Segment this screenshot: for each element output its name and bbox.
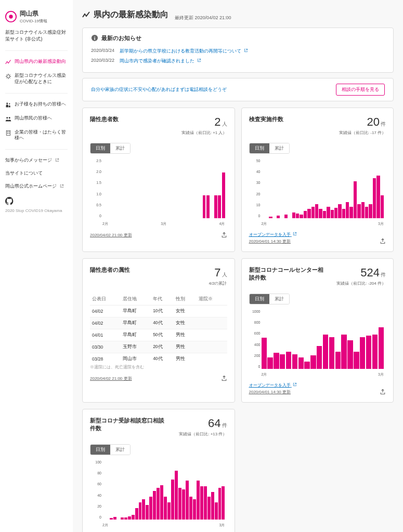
chart-bar bbox=[157, 488, 160, 520]
github-icon[interactable] bbox=[5, 197, 14, 205]
tab-daily[interactable]: 日別 bbox=[250, 143, 269, 153]
news-date: 2020/03/24 bbox=[91, 48, 114, 55]
chart-tabs: 日別 累計 bbox=[249, 294, 290, 304]
card-callcenter: 新型コロナコールセンター相談件数 524件 実績値（前日比: -204 件） 日… bbox=[241, 258, 394, 403]
th-discharge[interactable]: 退院※ bbox=[197, 294, 227, 305]
ext-official-site[interactable]: 岡山県公式ホームページ bbox=[5, 180, 68, 193]
chart-bar bbox=[207, 497, 211, 520]
chart-bar bbox=[121, 517, 124, 519]
chart-bar bbox=[342, 209, 345, 218]
chart-tabs: 日別 累計 bbox=[90, 143, 131, 154]
trend-icon bbox=[82, 11, 90, 19]
table-scroll[interactable]: 公表日 居住地 年代 性別 退院※ 04/02早島町10代女性04/02早島町4… bbox=[90, 288, 227, 361]
chart-bar bbox=[381, 195, 384, 218]
card-patient-attributes: 陽性患者の属性 7人 4/2の累計 公表日 居住地 年代 性別 退院※ bbox=[82, 258, 235, 403]
chart-bar bbox=[349, 207, 353, 218]
chart-bar bbox=[132, 515, 135, 520]
nav-worried[interactable]: 新型コロナウイルス感染症が心配なときに bbox=[5, 69, 68, 88]
news-header: i 最新のお知らせ bbox=[91, 34, 385, 42]
th-age[interactable]: 年代 bbox=[151, 294, 174, 305]
sidebar: 岡山県 COVID-19情報 新型コロナウイルス感染症対策サイト (非公式) 岡… bbox=[0, 0, 73, 532]
chart-bar bbox=[160, 485, 163, 520]
th-gender[interactable]: 性別 bbox=[174, 294, 197, 305]
tab-daily[interactable]: 日別 bbox=[90, 445, 110, 455]
card-title: 新型コロナコールセンター相談件数 bbox=[249, 266, 324, 282]
share-icon[interactable] bbox=[221, 375, 227, 381]
tab-cumulative[interactable]: 累計 bbox=[110, 445, 130, 455]
chart-bar bbox=[206, 195, 210, 218]
external-icon bbox=[293, 382, 297, 387]
svg-rect-8 bbox=[7, 131, 8, 132]
main-content: 県内の最新感染動向 最終更新 2020/04/02 21:00 i 最新のお知ら… bbox=[73, 0, 403, 532]
external-icon bbox=[244, 48, 248, 52]
card-sub: 実績値（前日比: +1 人） bbox=[181, 130, 227, 136]
chart-bar bbox=[274, 353, 279, 369]
th-date[interactable]: 公表日 bbox=[90, 294, 121, 305]
tab-daily[interactable]: 日別 bbox=[250, 294, 269, 304]
chart-bar bbox=[338, 204, 341, 218]
chart-bar bbox=[189, 497, 192, 520]
external-icon bbox=[55, 158, 59, 162]
consult-steps-button[interactable]: 相談の手順を見る bbox=[336, 84, 385, 96]
open-data-link[interactable]: オープンデータを入手 bbox=[249, 232, 297, 237]
news-link[interactable]: 新学期からの県立学校における教育活動の再開等について bbox=[120, 48, 248, 55]
chart-bar bbox=[139, 502, 142, 520]
news-link[interactable]: 岡山市内で感染者が確認されました bbox=[120, 58, 201, 64]
open-data-link[interactable]: オープンデータを入手 bbox=[249, 382, 297, 388]
divider bbox=[5, 93, 68, 94]
tab-daily[interactable]: 日別 bbox=[90, 143, 110, 153]
ext-about[interactable]: 当サイトについて bbox=[5, 167, 68, 180]
nav-parents[interactable]: お子様をお持ちの皆様へ bbox=[5, 98, 68, 112]
card-value: 64 bbox=[208, 417, 220, 430]
chart-bar bbox=[315, 204, 318, 218]
share-icon[interactable] bbox=[380, 389, 386, 395]
chart-bar bbox=[218, 195, 221, 218]
site-description: 新型コロナウイルス感染症対策サイト (非公式) bbox=[5, 29, 68, 42]
tab-cumulative[interactable]: 累計 bbox=[269, 294, 289, 304]
chart-bar bbox=[323, 335, 328, 369]
chart-tests: 50403020100 2月3月 bbox=[249, 159, 386, 227]
chart-bar bbox=[153, 491, 156, 520]
share-icon[interactable] bbox=[380, 238, 386, 244]
ext-governor-message[interactable]: 知事からのメッセージ bbox=[5, 154, 68, 167]
chart-bar bbox=[222, 486, 225, 520]
chart-bar bbox=[366, 336, 371, 369]
attributes-table: 公表日 居住地 年代 性別 退院※ 04/02早島町10代女性04/02早島町4… bbox=[90, 294, 227, 361]
chart-bar bbox=[135, 508, 138, 520]
share-icon[interactable] bbox=[221, 232, 227, 238]
chart-bar bbox=[292, 354, 297, 369]
chart-bar bbox=[307, 209, 310, 218]
th-residence[interactable]: 居住地 bbox=[121, 294, 151, 305]
chart-bar bbox=[284, 215, 288, 218]
tab-cumulative[interactable]: 累計 bbox=[110, 143, 130, 153]
nav-residents[interactable]: 岡山県民の皆様へ bbox=[5, 112, 68, 126]
card-title: 陽性患者数 bbox=[90, 115, 119, 123]
nav-latest-trends[interactable]: 岡山県内の最新感染動向 bbox=[5, 55, 68, 69]
svg-rect-11 bbox=[9, 133, 10, 134]
card-grid: 陽性患者数 2人 実績値（前日比: +1 人） 日別 累計 2.52.01.51… bbox=[82, 108, 394, 533]
chart-bar bbox=[298, 357, 304, 369]
logo[interactable]: 岡山県 COVID-19情報 bbox=[5, 9, 68, 24]
chart-callcenter: 10008006004002000 2月3月 bbox=[249, 310, 386, 377]
chart-bar bbox=[124, 517, 127, 519]
nav-business[interactable]: 企業の皆様・はたらく皆様へ bbox=[5, 126, 68, 145]
card-updated[interactable]: 2020/04/02 21:00 更新 bbox=[90, 376, 132, 381]
copyright: 2020 Stop COVID19 Okayama bbox=[5, 208, 68, 213]
pref-sub: COVID-19情報 bbox=[20, 18, 47, 24]
chart-bar bbox=[323, 211, 326, 218]
chart-bar bbox=[327, 207, 330, 218]
chart-tabs: 日別 累計 bbox=[90, 444, 131, 455]
trend-icon bbox=[5, 59, 11, 65]
card-updated[interactable]: 2020/04/02 21:00 更新 bbox=[90, 232, 132, 238]
tab-cumulative[interactable]: 累計 bbox=[269, 143, 289, 153]
svg-point-1 bbox=[9, 15, 12, 18]
card-updated[interactable]: 2020/04/01 14:30 更新 bbox=[249, 238, 297, 244]
chart-bar bbox=[211, 492, 214, 520]
card-updated[interactable]: 2020/04/01 14:30 更新 bbox=[249, 389, 297, 395]
card-value: 7 bbox=[214, 266, 220, 279]
table-row: 04/01早島町50代男性 bbox=[90, 329, 227, 341]
svg-point-2 bbox=[7, 75, 10, 78]
table-row: 03/28岡山市40代男性 bbox=[90, 353, 227, 361]
table-row: 04/02早島町40代女性 bbox=[90, 317, 227, 329]
page-header: 県内の最新感染動向 最終更新 2020/04/02 21:00 bbox=[82, 9, 394, 21]
